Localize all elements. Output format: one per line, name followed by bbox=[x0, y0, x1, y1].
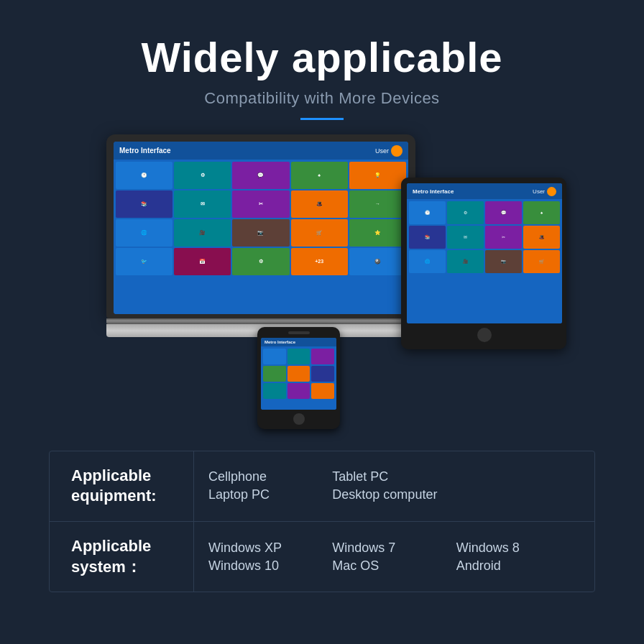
laptop-metro-ui: Metro Interface User 🕐 ⚙ 💬 ♠ 💡 📚 ✉ bbox=[114, 142, 408, 314]
metro-tile: 💬 bbox=[232, 162, 289, 189]
system-value-mac: Mac OS bbox=[332, 558, 456, 574]
metro-user-label-laptop: User bbox=[375, 147, 389, 155]
metro-tile-phone bbox=[288, 366, 310, 382]
metro-tile: ♠ bbox=[291, 162, 348, 189]
info-section: Applicableequipment: Cellphone Tablet PC… bbox=[49, 451, 595, 592]
metro-tile: ✉ bbox=[174, 190, 231, 218]
main-title: Widely applicable bbox=[141, 34, 502, 80]
metro-tile-tablet: 🎩 bbox=[523, 226, 560, 249]
phone-screen: Metro Interface bbox=[261, 338, 336, 410]
metro-tile-phone bbox=[311, 366, 334, 382]
equipment-values: Cellphone Tablet PC Laptop PC Desktop co… bbox=[193, 451, 594, 521]
phone-home-button bbox=[293, 413, 305, 425]
devices-section: Metro Interface User 🕐 ⚙ 💬 ♠ 💡 📚 ✉ bbox=[70, 134, 574, 436]
equipment-value-cellphone: Cellphone bbox=[208, 469, 332, 484]
metro-tile: ⚙ bbox=[232, 248, 289, 275]
metro-tile: 💡 bbox=[349, 162, 406, 189]
metro-tile-tablet: ✂ bbox=[485, 226, 522, 249]
metro-grid-tablet: 🕐 ⚙ 💬 ♠ 📚 ✉ ✂ 🎩 🌐 🎥 📷 🛒 bbox=[407, 199, 562, 275]
equipment-value-laptop: Laptop PC bbox=[208, 487, 332, 502]
equipment-value-desktop: Desktop computer bbox=[332, 487, 456, 502]
info-row-equipment: Applicableequipment: Cellphone Tablet PC… bbox=[50, 451, 594, 522]
metro-tile-phone bbox=[288, 349, 310, 364]
equipment-value-empty2 bbox=[456, 487, 580, 502]
metro-header-phone: Metro Interface bbox=[261, 338, 336, 346]
subtitle: Compatibility with More Devices bbox=[141, 89, 502, 108]
system-values: Windows XP Windows 7 Windows 8 Windows 1… bbox=[193, 522, 594, 592]
metro-header-tablet: Metro Interface User bbox=[407, 183, 562, 199]
metro-tile-phone bbox=[263, 349, 286, 364]
metro-tile-tablet: ✉ bbox=[447, 226, 484, 249]
metro-grid-phone bbox=[261, 346, 336, 401]
accent-line bbox=[300, 118, 344, 120]
metro-title-laptop: Metro Interface bbox=[119, 147, 171, 155]
system-value-10: Windows 10 bbox=[208, 558, 332, 574]
metro-tile: 🕐 bbox=[116, 162, 172, 189]
metro-tile: 📅 bbox=[174, 248, 231, 275]
metro-tile: 🐦 bbox=[116, 248, 172, 275]
metro-tile-phone bbox=[311, 383, 334, 399]
metro-tile: 🎥 bbox=[174, 219, 231, 247]
metro-tile-tablet: 📷 bbox=[485, 250, 522, 273]
metro-tile-tablet: 🛒 bbox=[523, 250, 560, 273]
metro-tile: ⚙ bbox=[174, 162, 231, 189]
metro-tile-tablet: 🕐 bbox=[409, 201, 446, 224]
phone-metro-ui: Metro Interface bbox=[261, 338, 336, 410]
metro-title-tablet: Metro Interface bbox=[413, 188, 454, 195]
phone-speaker bbox=[288, 331, 310, 334]
laptop-screen: Metro Interface User 🕐 ⚙ 💬 ♠ 💡 📚 ✉ bbox=[114, 142, 408, 314]
phone-device: Metro Interface bbox=[257, 327, 340, 429]
metro-tile: 🌐 bbox=[116, 219, 172, 247]
system-value-android: Android bbox=[456, 558, 580, 574]
info-row-system: Applicablesystem： Windows XP Windows 7 W… bbox=[50, 522, 594, 592]
phone-body: Metro Interface bbox=[257, 327, 340, 429]
metro-tile-phone bbox=[263, 366, 286, 382]
metro-tile-tablet: ⚙ bbox=[447, 201, 484, 224]
tablet-screen: Metro Interface User 🕐 ⚙ 💬 ♠ 📚 ✉ ✂ bbox=[407, 183, 562, 323]
metro-tile: 🛒 bbox=[291, 219, 348, 247]
metro-tile: ✂ bbox=[232, 190, 289, 218]
metro-grid-laptop: 🕐 ⚙ 💬 ♠ 💡 📚 ✉ ✂ 🎩 → 🌐 🎥 📷 🛒 bbox=[114, 160, 408, 277]
equipment-label: Applicableequipment: bbox=[50, 451, 193, 521]
metro-tile-tablet: ♠ bbox=[523, 201, 560, 224]
metro-tile: ⭐ bbox=[349, 219, 406, 247]
system-value-8: Windows 8 bbox=[456, 540, 580, 556]
metro-tile-tablet: 🌐 bbox=[409, 250, 446, 273]
metro-avatar-tablet bbox=[547, 187, 556, 196]
metro-user-tablet: User bbox=[533, 187, 556, 196]
metro-tile-phone bbox=[311, 349, 334, 364]
metro-tile: 🎩 bbox=[291, 190, 348, 218]
metro-tile-phone bbox=[288, 383, 310, 399]
laptop-hinge bbox=[106, 318, 415, 324]
metro-tile: 📚 bbox=[116, 190, 172, 218]
metro-tile-tablet: 📚 bbox=[409, 226, 446, 249]
metro-header-laptop: Metro Interface User bbox=[114, 142, 408, 160]
metro-user-label-tablet: User bbox=[533, 188, 545, 195]
metro-user-laptop: User bbox=[375, 145, 402, 157]
tablet-device: Metro Interface User 🕐 ⚙ 💬 ♠ 📚 ✉ ✂ bbox=[401, 178, 566, 349]
tablet-metro-ui: Metro Interface User 🕐 ⚙ 💬 ♠ 📚 ✉ ✂ bbox=[407, 183, 562, 323]
metro-tile: 🎱 bbox=[349, 248, 406, 275]
equipment-value-empty1 bbox=[456, 469, 580, 484]
metro-title-phone: Metro Interface bbox=[264, 340, 295, 344]
metro-tile-tablet: 💬 bbox=[485, 201, 522, 224]
metro-avatar-laptop bbox=[391, 145, 402, 157]
header-section: Widely applicable Compatibility with Mor… bbox=[141, 0, 502, 127]
system-value-xp: Windows XP bbox=[208, 540, 332, 556]
tablet-home-button bbox=[477, 328, 492, 342]
equipment-value-tablet: Tablet PC bbox=[332, 469, 456, 484]
metro-tile: 📷 bbox=[232, 219, 289, 247]
laptop-device: Metro Interface User 🕐 ⚙ 💬 ♠ 💡 📚 ✉ bbox=[106, 134, 415, 337]
tablet-body: Metro Interface User 🕐 ⚙ 💬 ♠ 📚 ✉ ✂ bbox=[401, 178, 566, 349]
metro-tile: +23 bbox=[291, 248, 348, 275]
metro-tile-phone bbox=[263, 383, 286, 399]
metro-tile-tablet: 🎥 bbox=[447, 250, 484, 273]
system-value-7: Windows 7 bbox=[332, 540, 456, 556]
system-label: Applicablesystem： bbox=[50, 522, 193, 592]
metro-tile: → bbox=[349, 190, 406, 218]
laptop-screen-outer: Metro Interface User 🕐 ⚙ 💬 ♠ 💡 📚 ✉ bbox=[106, 134, 415, 318]
